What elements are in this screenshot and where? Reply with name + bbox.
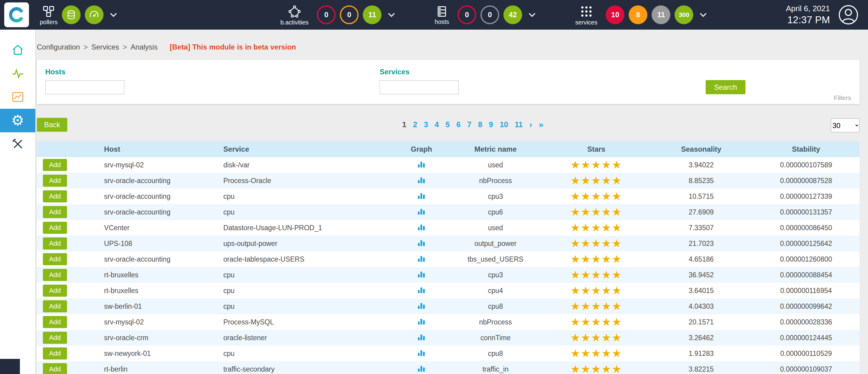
page-link-8[interactable]: 8 bbox=[478, 120, 482, 129]
graph-icon[interactable] bbox=[417, 160, 426, 169]
page-link-1[interactable]: 1 bbox=[402, 120, 406, 129]
sidebar-collapse-button[interactable] bbox=[0, 359, 20, 374]
graph-cell bbox=[395, 330, 448, 346]
status-badge[interactable]: 11 bbox=[652, 5, 670, 24]
graph-icon[interactable] bbox=[417, 238, 426, 247]
user-profile-button[interactable] bbox=[838, 4, 859, 25]
add-button[interactable]: Add bbox=[43, 237, 67, 250]
metric-name-cell: cpu8 bbox=[448, 298, 542, 314]
poller-database-status[interactable] bbox=[62, 5, 81, 24]
graph-icon[interactable] bbox=[417, 191, 426, 200]
seasonality-cell: 8.85235 bbox=[650, 173, 753, 189]
add-button[interactable]: Add bbox=[43, 300, 67, 312]
host-cell: rt-bruxelles bbox=[94, 267, 214, 283]
add-button[interactable]: Add bbox=[43, 175, 67, 187]
status-badge[interactable]: 300 bbox=[675, 5, 693, 24]
add-button[interactable]: Add bbox=[43, 190, 67, 202]
pulse-icon bbox=[11, 67, 25, 80]
add-button[interactable]: Add bbox=[43, 285, 67, 297]
graph-icon[interactable] bbox=[417, 301, 426, 310]
hosts-filter-input[interactable] bbox=[45, 80, 124, 94]
column-header-seasonality: Seasonality bbox=[650, 141, 753, 157]
bam-menu[interactable]: b.activities bbox=[280, 4, 308, 25]
status-badge[interactable]: 10 bbox=[606, 5, 624, 24]
column-header-service: Service bbox=[214, 141, 395, 157]
add-button[interactable]: Add bbox=[43, 269, 67, 281]
status-badge[interactable]: 0 bbox=[458, 5, 476, 24]
add-button[interactable]: Add bbox=[43, 222, 67, 234]
status-badge[interactable]: 0 bbox=[317, 5, 336, 24]
sidebar-item-reporting[interactable] bbox=[0, 85, 35, 109]
status-badge[interactable]: 11 bbox=[363, 5, 381, 24]
graph-icon[interactable] bbox=[417, 317, 426, 326]
last-page-icon[interactable]: » bbox=[539, 120, 544, 129]
sidebar-item-configuration[interactable]: ⚙ bbox=[0, 109, 35, 132]
graph-icon[interactable] bbox=[417, 207, 426, 216]
add-button[interactable]: Add bbox=[43, 316, 67, 328]
add-button[interactable]: Add bbox=[43, 253, 67, 265]
stability-cell: 0.000000131357 bbox=[753, 204, 860, 220]
graph-icon[interactable] bbox=[417, 285, 426, 294]
services-menu[interactable]: services bbox=[575, 4, 597, 25]
hosts-icon bbox=[435, 5, 448, 18]
hosts-chevron-down-icon[interactable] bbox=[528, 12, 536, 18]
page-link-2[interactable]: 2 bbox=[413, 120, 417, 129]
breadcrumb-item-configuration[interactable]: Configuration bbox=[37, 43, 80, 51]
pollers-menu[interactable]: pollers bbox=[40, 5, 58, 25]
host-cell: sw-berlin-01 bbox=[94, 298, 214, 314]
add-button[interactable]: Add bbox=[43, 363, 67, 374]
breadcrumb-item-services[interactable]: Services bbox=[91, 43, 119, 51]
stars-cell: ★★★★★ bbox=[542, 157, 650, 173]
centreon-logo[interactable] bbox=[4, 2, 29, 27]
hosts-menu[interactable]: hosts bbox=[435, 5, 449, 25]
stability-cell: 0.000000124445 bbox=[753, 330, 860, 346]
graph-icon[interactable] bbox=[417, 269, 426, 279]
add-button[interactable]: Add bbox=[43, 332, 67, 344]
graph-icon[interactable] bbox=[417, 222, 426, 231]
search-button[interactable]: Search bbox=[706, 80, 745, 94]
breadcrumb-item-analysis[interactable]: Analysis bbox=[131, 43, 158, 51]
pollers-chevron-down-icon[interactable] bbox=[110, 12, 117, 18]
service-cell: cpu bbox=[214, 298, 395, 314]
status-badge[interactable]: 0 bbox=[340, 5, 359, 24]
status-badge[interactable]: 8 bbox=[629, 5, 647, 24]
host-cell: UPS-108 bbox=[94, 236, 214, 251]
bam-label: b.activities bbox=[280, 19, 308, 25]
sidebar-item-administration[interactable] bbox=[0, 132, 35, 156]
status-badge[interactable]: 0 bbox=[480, 5, 499, 24]
page-link-7[interactable]: 7 bbox=[467, 120, 471, 129]
page-link-10[interactable]: 10 bbox=[500, 120, 508, 129]
back-button[interactable]: Back bbox=[37, 118, 67, 132]
page-link-3[interactable]: 3 bbox=[424, 120, 428, 129]
stability-cell: 0.000000109037 bbox=[753, 361, 860, 374]
page-link-4[interactable]: 4 bbox=[435, 120, 439, 129]
seasonality-cell: 21.7023 bbox=[650, 236, 753, 251]
poller-latency-status[interactable] bbox=[85, 5, 103, 24]
column-header-graph: Graph bbox=[395, 141, 448, 157]
page-link-9[interactable]: 9 bbox=[489, 120, 493, 129]
stars-cell: ★★★★★ bbox=[542, 173, 650, 189]
graph-icon[interactable] bbox=[417, 175, 426, 184]
seasonality-cell: 27.6909 bbox=[650, 204, 753, 220]
graph-icon[interactable] bbox=[417, 254, 426, 263]
services-chevron-down-icon[interactable] bbox=[699, 12, 707, 18]
page-size-select[interactable]: 30 bbox=[831, 118, 860, 132]
bam-chevron-down-icon[interactable] bbox=[388, 12, 395, 18]
services-filter-input[interactable] bbox=[380, 80, 459, 94]
graph-icon[interactable] bbox=[417, 348, 426, 357]
stability-cell: 0.000000028336 bbox=[753, 314, 860, 330]
add-button[interactable]: Add bbox=[43, 159, 67, 171]
graph-icon[interactable] bbox=[417, 364, 426, 373]
add-button[interactable]: Add bbox=[43, 206, 67, 218]
main-content: Configuration>Services>Analysis [Beta] T… bbox=[35, 30, 868, 374]
add-button[interactable]: Add bbox=[43, 347, 67, 359]
status-badge[interactable]: 42 bbox=[503, 5, 522, 24]
sidebar-item-home[interactable] bbox=[0, 38, 35, 62]
page-link-6[interactable]: 6 bbox=[456, 120, 461, 129]
sidebar-item-monitoring[interactable] bbox=[0, 62, 35, 85]
next-page-icon[interactable]: › bbox=[529, 120, 532, 129]
graph-icon[interactable] bbox=[417, 332, 426, 341]
host-cell: rt-berlin bbox=[94, 361, 214, 374]
page-link-5[interactable]: 5 bbox=[445, 120, 450, 129]
page-link-11[interactable]: 11 bbox=[515, 120, 523, 129]
